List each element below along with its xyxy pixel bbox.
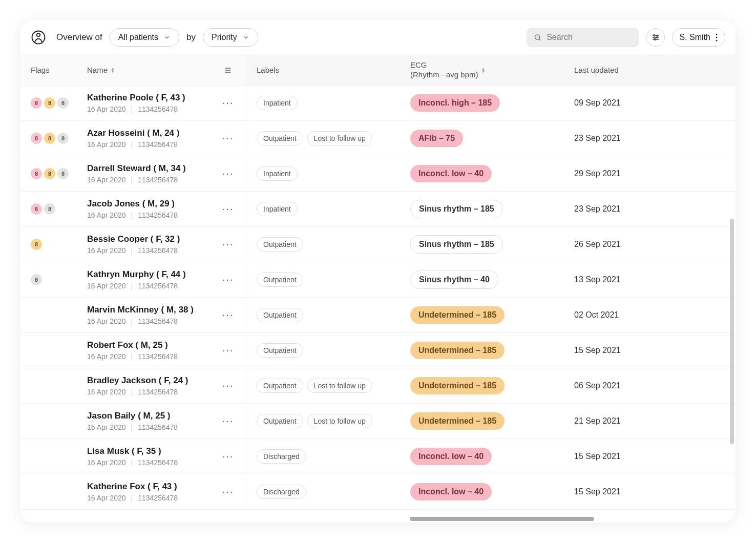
ecg-chip[interactable]: Undetermined – 185 — [410, 306, 505, 324]
label-chip[interactable]: Inpatient — [257, 96, 298, 110]
patient-name[interactable]: Kathryn Murphy ( F, 44 ) — [87, 269, 220, 280]
sort-by-select[interactable]: Priority — [203, 28, 258, 47]
row-menu-button[interactable]: ··· — [220, 238, 236, 250]
patient-date: 16 Apr 2020 — [87, 282, 126, 290]
table-row[interactable]: 8Kathryn Murphy ( F, 44 )16 Apr 2020|113… — [20, 262, 736, 298]
row-menu-button[interactable]: ··· — [220, 486, 236, 497]
ecg-chip[interactable]: Sinus rhythm – 40 — [410, 270, 498, 289]
patient-date: 16 Apr 2020 — [87, 176, 126, 184]
overview-label: Overview of — [56, 32, 102, 43]
label-chip[interactable]: Lost to follow up — [307, 131, 372, 145]
flags-cell: 8 — [31, 274, 87, 285]
ecg-chip[interactable]: Inconcl. low – 40 — [410, 448, 492, 465]
patient-subline: 16 Apr 2020|1134256478 — [87, 140, 220, 149]
row-menu-button[interactable]: ··· — [220, 309, 236, 321]
ecg-cell: Sinus rhythm – 185 — [410, 235, 574, 254]
label-chip[interactable]: Discharged — [257, 449, 306, 464]
ecg-chip[interactable]: Undetermined – 185 — [410, 377, 505, 394]
patient-mrn: 1134256478 — [138, 105, 178, 113]
table-row[interactable]: 888Katherine Poole ( F, 43 )16 Apr 2020|… — [20, 86, 736, 121]
col-labels[interactable]: Labels — [257, 66, 410, 74]
patient-name[interactable]: Bessie Cooper ( F, 32 ) — [87, 234, 220, 244]
labels-cell: Discharged — [257, 485, 410, 499]
patient-name[interactable]: Darrell Steward ( M, 34 ) — [87, 163, 220, 174]
last-updated: 02 Oct 2021 — [574, 310, 725, 320]
sort-icon: ▲▼ — [481, 68, 486, 73]
table-row[interactable]: Bradley Jackson ( F, 24 )16 Apr 2020|113… — [20, 368, 736, 404]
table-row[interactable]: 88Jacob Jones ( M, 29 )16 Apr 2020|11342… — [20, 192, 736, 227]
scrollbar-vertical[interactable] — [730, 219, 734, 444]
ecg-chip[interactable]: Inconcl. low – 40 — [410, 483, 492, 500]
patient-name[interactable]: Jacob Jones ( M, 29 ) — [87, 199, 220, 209]
search-box[interactable] — [527, 28, 639, 47]
ecg-chip[interactable]: AFib – 75 — [410, 130, 463, 147]
col-updated[interactable]: Last updated — [574, 66, 725, 74]
label-chip[interactable]: Outpatient — [257, 131, 303, 145]
label-chip[interactable]: Outpatient — [257, 414, 303, 428]
label-chip[interactable]: Outpatient — [257, 273, 303, 287]
ecg-chip[interactable]: Inconcl. high – 185 — [410, 94, 500, 112]
patient-name[interactable]: Bradley Jackson ( F, 24 ) — [87, 375, 220, 386]
row-menu-button[interactable]: ··· — [220, 344, 236, 356]
col-name[interactable]: Name ▲▼ — [87, 66, 220, 74]
patient-name[interactable]: Azar Hosseini ( M, 24 ) — [87, 128, 220, 138]
table-row[interactable]: 888Azar Hosseini ( M, 24 )16 Apr 2020|11… — [20, 121, 736, 156]
patient-name[interactable]: Jason Baily ( M, 25 ) — [87, 411, 220, 421]
columns-menu-button[interactable] — [220, 66, 236, 74]
settings-button[interactable] — [646, 28, 665, 47]
patient-name[interactable]: Katherine Poole ( F, 43 ) — [87, 93, 220, 103]
row-menu-button[interactable]: ··· — [220, 168, 236, 179]
patients-table-body[interactable]: 888Katherine Poole ( F, 43 )16 Apr 2020|… — [20, 86, 736, 523]
ecg-chip[interactable]: Undetermined – 185 — [410, 412, 505, 430]
label-chip[interactable]: Outpatient — [257, 308, 303, 322]
ecg-chip[interactable]: Sinus rhythm – 185 — [410, 235, 503, 254]
flag-badge: 8 — [57, 97, 69, 109]
ecg-chip[interactable]: Sinus rhythm – 185 — [410, 200, 503, 218]
col-ecg[interactable]: ECG (Rhythm - avg bpm) ▲▼ — [410, 60, 574, 80]
col-flags[interactable]: Flags — [31, 66, 87, 74]
label-chip[interactable]: Outpatient — [257, 379, 303, 393]
label-chip[interactable]: Lost to follow up — [307, 379, 372, 393]
label-chip[interactable]: Discharged — [257, 485, 306, 499]
row-menu-button[interactable]: ··· — [220, 274, 236, 285]
flag-badge: 8 — [57, 133, 69, 144]
row-menu-button[interactable]: ··· — [220, 97, 236, 109]
col-ecg-line1: ECG — [410, 60, 427, 69]
ecg-cell: Inconcl. low – 40 — [410, 165, 574, 182]
patient-name[interactable]: Lisa Musk ( F, 35 ) — [87, 446, 220, 456]
row-menu-button[interactable]: ··· — [220, 203, 236, 215]
label-chip[interactable]: Lost to follow up — [307, 414, 372, 428]
table-row[interactable]: Lisa Musk ( F, 35 )16 Apr 2020|113425647… — [20, 439, 736, 474]
patient-date: 16 Apr 2020 — [87, 140, 126, 149]
table-row[interactable]: 888Darrell Steward ( M, 34 )16 Apr 2020|… — [20, 156, 736, 192]
row-menu-button[interactable]: ··· — [220, 415, 236, 427]
label-chip[interactable]: Outpatient — [257, 237, 303, 252]
table-row[interactable]: Robert Fox ( M, 25 )16 Apr 2020|11342564… — [20, 333, 736, 368]
patient-subline: 16 Apr 2020|1134256478 — [87, 352, 220, 361]
patient-mrn: 1134256478 — [138, 282, 178, 290]
patient-name[interactable]: Katherine Fox ( F, 43 ) — [87, 482, 220, 492]
table-row[interactable]: Marvin McKinney ( M, 38 )16 Apr 2020|113… — [20, 298, 736, 333]
last-updated: 13 Sep 2021 — [574, 275, 725, 284]
row-menu-button[interactable]: ··· — [220, 450, 236, 462]
row-menu-button[interactable]: ··· — [220, 132, 236, 144]
label-chip[interactable]: Outpatient — [257, 343, 303, 358]
table-row[interactable]: Jason Baily ( M, 25 )16 Apr 2020|1134256… — [20, 404, 736, 439]
search-input[interactable] — [547, 33, 632, 42]
patient-name[interactable]: Robert Fox ( M, 25 ) — [87, 340, 220, 350]
ecg-chip[interactable]: Undetermined – 185 — [410, 342, 505, 359]
label-chip[interactable]: Inpatient — [257, 166, 298, 181]
labels-cell: Inpatient — [257, 166, 410, 181]
table-row[interactable]: 8Bessie Cooper ( F, 32 )16 Apr 2020|1134… — [20, 227, 736, 262]
ecg-chip[interactable]: Inconcl. low – 40 — [410, 165, 492, 182]
label-chip[interactable]: Inpatient — [257, 202, 298, 216]
patient-name[interactable]: Marvin McKinney ( M, 38 ) — [87, 305, 220, 315]
patient-mrn: 1134256478 — [138, 352, 178, 361]
patient-mrn: 1134256478 — [138, 140, 178, 149]
patients-filter-select[interactable]: All patients — [110, 28, 179, 47]
scrollbar-horizontal[interactable] — [410, 517, 594, 521]
user-menu[interactable]: S. Smith — [672, 28, 725, 47]
row-menu-button[interactable]: ··· — [220, 380, 236, 391]
table-row[interactable]: Katherine Fox ( F, 43 )16 Apr 2020|11342… — [20, 474, 736, 510]
patient-date: 16 Apr 2020 — [87, 317, 126, 325]
